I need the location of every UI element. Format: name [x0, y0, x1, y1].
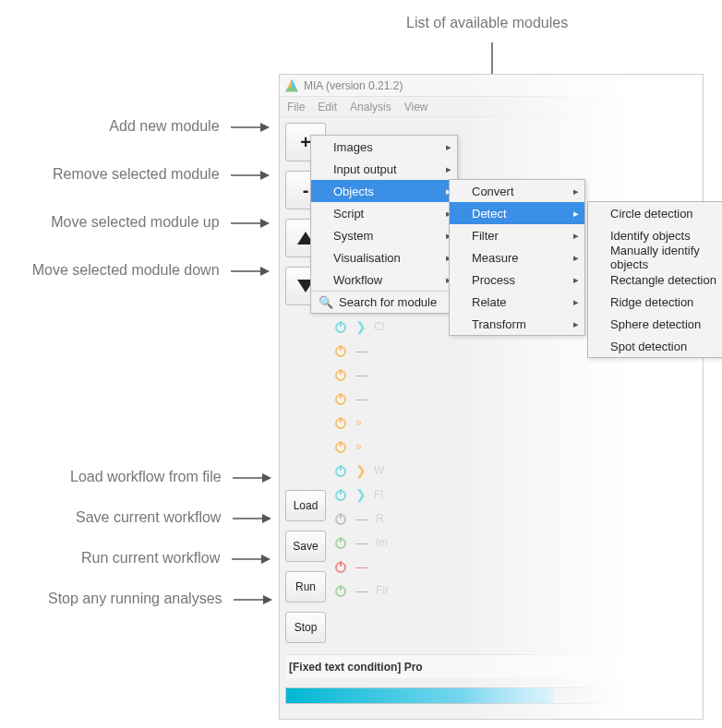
run-button[interactable]: Run: [285, 571, 326, 603]
arrow-right-icon: [232, 554, 271, 565]
menu-item-label: Measure: [472, 251, 519, 265]
module-label: Fir: [376, 584, 389, 597]
annotation-save-label: Save current workflow: [76, 509, 221, 525]
arrow-right-icon: [231, 266, 270, 277]
menu-file[interactable]: File: [287, 101, 305, 113]
annotation-modules-header: List of available modules: [406, 15, 568, 31]
power-icon[interactable]: [333, 319, 348, 334]
menu-item-circle-detection[interactable]: Circle detection: [588, 202, 722, 224]
svg-marker-17: [263, 595, 272, 604]
menu-item-spot-detection[interactable]: Spot detection: [588, 335, 722, 357]
menu-item-relate[interactable]: Relate▸: [450, 291, 584, 313]
module-row[interactable]: —R: [333, 507, 444, 531]
save-button[interactable]: Save: [285, 531, 326, 562]
menu-item-sphere-detection[interactable]: Sphere detection: [588, 313, 722, 335]
context-menu-detect: Circle detectionIdentify objectsManually…: [587, 201, 722, 358]
module-label: Cl: [374, 320, 384, 333]
menu-item-transform[interactable]: Transform▸: [450, 313, 584, 335]
submenu-arrow-icon: ▸: [573, 230, 579, 242]
svg-marker-13: [262, 514, 271, 523]
menu-item-workflow[interactable]: Workflow▸: [311, 269, 457, 291]
power-icon[interactable]: [333, 391, 348, 406]
power-icon[interactable]: [333, 559, 348, 574]
menu-item-label: Convert: [472, 185, 514, 198]
menu-item-label: Process: [472, 273, 515, 287]
power-icon[interactable]: [333, 535, 348, 550]
progress-fill: [286, 688, 553, 703]
module-row[interactable]: —Fir: [333, 579, 444, 603]
menu-item-images[interactable]: Images▸: [311, 136, 457, 158]
menu-item-label: Detect: [472, 207, 507, 221]
module-label: R: [376, 512, 384, 525]
power-icon[interactable]: [333, 583, 348, 598]
arrow-right-icon: [234, 594, 272, 605]
submenu-arrow-icon: ▸: [446, 141, 451, 153]
menu-item-objects[interactable]: Objects▸: [311, 180, 457, 202]
load-button[interactable]: Load: [285, 490, 326, 521]
menubar: File Edit Analysis View: [280, 97, 703, 117]
submenu-arrow-icon: ▸: [573, 274, 579, 286]
menu-item-script[interactable]: Script▸: [311, 202, 457, 224]
module-row[interactable]: —: [333, 387, 444, 411]
module-row[interactable]: »: [333, 411, 444, 435]
module-row[interactable]: »: [333, 435, 444, 459]
stop-button[interactable]: Stop: [285, 612, 326, 643]
power-icon[interactable]: [333, 367, 348, 382]
menu-item-system[interactable]: System▸: [311, 224, 457, 246]
module-row[interactable]: ❯Fl: [333, 483, 444, 507]
power-icon[interactable]: [333, 415, 348, 430]
menu-item-label: Script: [333, 207, 364, 221]
module-row[interactable]: ❯Cl: [333, 315, 444, 339]
power-icon[interactable]: [333, 463, 348, 478]
menu-item-label: Relate: [472, 295, 507, 309]
menu-item-process[interactable]: Process▸: [450, 269, 584, 291]
app-logo-icon: [285, 79, 298, 92]
submenu-arrow-icon: ▸: [573, 318, 579, 330]
menu-item-input-output[interactable]: Input output▸: [311, 158, 457, 180]
menu-item-label: Identify objects: [610, 229, 691, 243]
arrow-right-icon: [231, 170, 270, 181]
annotation-down-label: Move selected module down: [32, 262, 220, 278]
search-icon: 🔍: [319, 295, 333, 309]
fade-overlay: [463, 75, 703, 719]
menu-item-label: Input output: [333, 162, 397, 176]
menu-item-label: Manually identify objects: [610, 244, 722, 271]
module-row[interactable]: —: [333, 555, 444, 579]
power-icon[interactable]: [333, 343, 348, 358]
power-icon[interactable]: [333, 511, 348, 526]
context-menu-categories: Images▸Input output▸Objects▸Script▸Syste…: [310, 135, 458, 314]
menu-item-label: System: [333, 229, 373, 243]
menu-item-label: Visualisation: [333, 251, 401, 265]
annotation-run: Run current workflow: [81, 550, 270, 567]
module-row[interactable]: —Im: [333, 531, 444, 555]
power-icon[interactable]: [333, 439, 348, 454]
menu-item-manually-identify-objects[interactable]: Manually identify objects: [588, 246, 722, 269]
module-row[interactable]: —: [333, 363, 444, 387]
menu-item-label: Images: [333, 140, 373, 154]
menu-item-filter[interactable]: Filter▸: [450, 224, 584, 246]
module-row[interactable]: ❯W: [333, 459, 444, 483]
menu-item-label: Rectangle detection: [610, 273, 716, 287]
menu-edit[interactable]: Edit: [318, 101, 337, 113]
menu-item-detect[interactable]: Detect▸: [450, 202, 584, 224]
menu-item-ridge-detection[interactable]: Ridge detection: [588, 291, 722, 313]
menu-item-label: Transform: [472, 317, 526, 331]
menu-item-search[interactable]: 🔍Search for module: [311, 291, 457, 313]
menu-view[interactable]: View: [404, 101, 428, 113]
menu-item-measure[interactable]: Measure▸: [450, 246, 584, 269]
arrow-right-icon: [233, 472, 271, 483]
svg-marker-11: [262, 473, 271, 483]
module-list: ❯Cl———»»❯W❯Fl—R—Im——Fir: [333, 315, 444, 603]
svg-marker-7: [260, 219, 270, 228]
menu-item-label: Sphere detection: [610, 317, 701, 331]
power-icon[interactable]: [333, 487, 348, 502]
svg-marker-9: [260, 267, 270, 276]
annotation-remove: Remove selected module: [32, 166, 270, 183]
menu-analysis[interactable]: Analysis: [350, 101, 391, 113]
menu-item-convert[interactable]: Convert▸: [450, 180, 584, 202]
svg-marker-5: [260, 171, 270, 180]
menu-item-visualisation[interactable]: Visualisation▸: [311, 246, 457, 269]
module-row[interactable]: —: [333, 339, 444, 363]
module-label: Im: [376, 536, 388, 549]
menu-item-rectangle-detection[interactable]: Rectangle detection: [588, 269, 722, 291]
